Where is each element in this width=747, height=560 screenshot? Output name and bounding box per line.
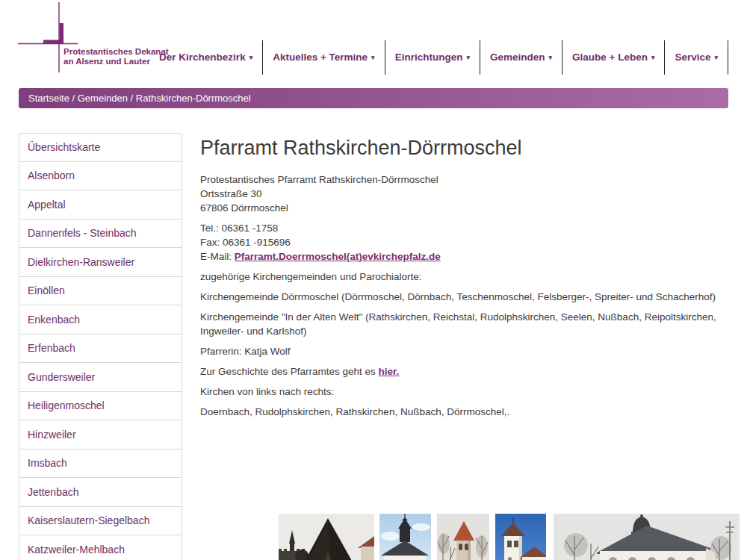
address-line: Ortsstraße 30 (200, 188, 262, 199)
nussbach-church-image (495, 514, 546, 560)
main-content: Pfarramt Rathskirchen-Dörrmoschel Protes… (200, 127, 732, 425)
church-photo-doernbach[interactable] (279, 514, 374, 560)
nav-item-einrichtungen[interactable]: Einrichtungen ▾ (385, 52, 480, 63)
sidebar-item-enkenbach[interactable]: Enkenbach (19, 305, 182, 335)
sidebar-item-hinzweiler[interactable]: Hinzweiler (19, 420, 182, 449)
sidebar-item-einoellen[interactable]: Einöllen (19, 277, 182, 306)
nav-item-service[interactable]: Service ▾ (665, 52, 728, 63)
sidebar-item-kaiserslautern-siegelbach[interactable]: Kaiserslautern-Siegelbach (19, 507, 182, 536)
sidebar-item-heiligenmoschel[interactable]: Heiligenmoschel (19, 392, 182, 421)
chevron-down-icon: ▾ (714, 54, 718, 61)
nav-label: Der Kirchenbezirk (159, 52, 246, 63)
address-line: Protestantisches Pfarramt Rathskirchen-D… (200, 174, 438, 185)
breadcrumb[interactable]: Startseite / Gemeinden / Rathskirchen-Dö… (19, 88, 728, 108)
nav-label: Einrichtungen (395, 52, 463, 63)
sidebar-item-dannenfels-steinbach[interactable]: Dannenfels - Steinbach (19, 220, 182, 249)
nav-item-der-kirchenbezirk[interactable]: Der Kirchenbezirk ▾ (149, 52, 262, 63)
page-title: Pfarramt Rathskirchen-Dörrmoschel (200, 137, 732, 160)
nav-item-gemeinden[interactable]: Gemeinden ▾ (480, 52, 562, 63)
sidebar-item-erfenbach[interactable]: Erfenbach (19, 335, 182, 364)
history-link[interactable]: hier. (379, 366, 400, 377)
nav-item-aktuelles-termine[interactable]: Aktuelles + Termine ▾ (263, 52, 384, 63)
sidebar-item-jettenbach[interactable]: Jettenbach (19, 478, 182, 507)
sidebar-item-gundersweiler[interactable]: Gundersweiler (19, 363, 182, 392)
church-photo-rudolphskirchen[interactable] (379, 514, 431, 560)
contact-block: Tel.: 06361 -1758 Fax: 06361 -915696 E-M… (200, 221, 732, 264)
sidebar-item-katzweiler-mehlbach[interactable]: Katzweiler-Mehlbach (19, 535, 182, 560)
churches-list: Doernbach, Rudolphskirchen, Rathskirchen… (200, 405, 732, 419)
nav-label: Service (675, 52, 710, 63)
rudolphskirchen-church-image (379, 514, 431, 560)
chevron-down-icon: ▾ (651, 54, 655, 61)
pastor-name: Pfarrerin: Katja Wolf (200, 344, 732, 358)
fax-number: Fax: 06361 -915696 (200, 237, 291, 248)
sidebar-item-imsbach[interactable]: Imsbach (19, 449, 182, 479)
doernbach-church-image (279, 514, 374, 560)
churches-caption: Kirchen von links nach rechts: (200, 385, 732, 399)
address-block: Protestantisches Pfarramt Rathskirchen-D… (200, 172, 732, 215)
nav-label: Glaube + Leben (572, 52, 648, 63)
chevron-down-icon: ▾ (548, 54, 552, 61)
parish-doerrmoschel: Kirchengemeinde Dörrmoschel (Dörrmoschel… (200, 290, 732, 304)
church-photo-doerrmoschel[interactable] (554, 514, 740, 560)
sidebar-item-appeltal[interactable]: Appeltal (19, 190, 182, 220)
sidebar-item-dielkirchen-ransweiler[interactable]: Dielkirchen-Ransweiler (19, 248, 182, 277)
top-navigation: Der Kirchenbezirk ▾ Aktuelles + Termine … (149, 40, 728, 75)
church-photo-nussbach[interactable] (495, 514, 546, 560)
phone-number: Tel.: 06361 -1758 (200, 223, 278, 234)
church-photo-rathskirchen[interactable] (437, 514, 489, 560)
email-label: E-Mail: (200, 251, 235, 262)
history-text: Zur Geschichte des Pfarramtes geht es (200, 366, 379, 377)
email-link[interactable]: Pfarramt.Doerrmoschel(at)evkirchepfalz.d… (235, 251, 441, 262)
parish-in-der-alten-welt: Kirchengemeinde "In der Alten Welt" (Rat… (200, 310, 732, 338)
chevron-down-icon: ▾ (466, 54, 470, 61)
sidebar-item-uebersichtskarte[interactable]: Übersichtskarte (19, 133, 182, 162)
doerrmoschel-church-image (554, 514, 740, 560)
sidebar-gemeinden-list: Übersichtskarte Alsenborn Appeltal Danne… (19, 133, 182, 560)
sidebar-item-alsenborn[interactable]: Alsenborn (19, 162, 182, 191)
nav-divider (728, 40, 728, 75)
nav-item-glaube-leben[interactable]: Glaube + Leben ▾ (562, 52, 664, 63)
rathskirchen-church-image (437, 514, 489, 560)
nav-label: Gemeinden (490, 52, 545, 63)
history-sentence: Zur Geschichte des Pfarramtes geht es hi… (200, 364, 732, 379)
nav-label: Aktuelles + Termine (273, 52, 368, 63)
chevron-down-icon: ▾ (249, 54, 253, 61)
address-line: 67806 Dörrmoschel (200, 202, 288, 214)
chevron-down-icon: ▾ (371, 54, 375, 61)
parishes-intro: zugehörige Kirchengemeinden und Parochia… (200, 270, 732, 284)
